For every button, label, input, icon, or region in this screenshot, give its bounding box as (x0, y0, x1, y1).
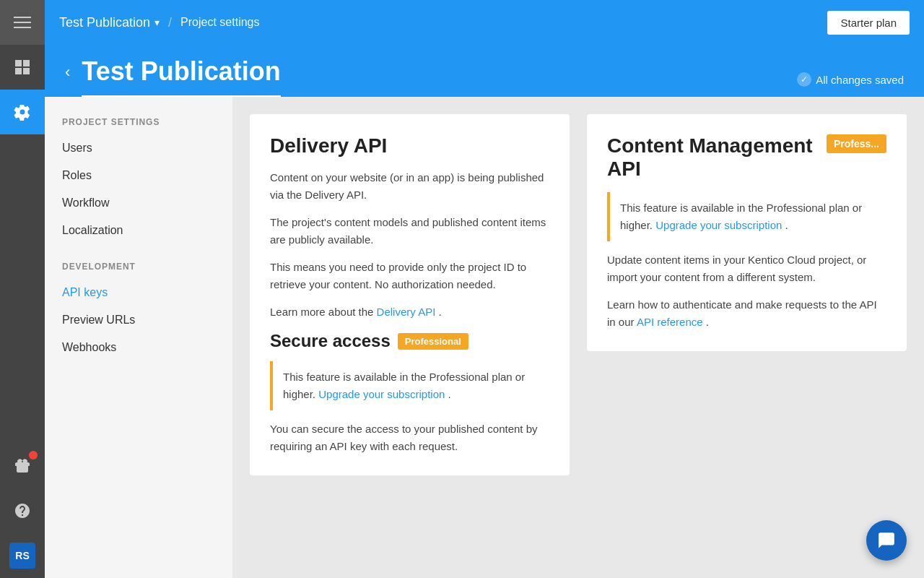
back-button[interactable]: ‹ (65, 64, 70, 89)
cma-para1: Update content items in your Kentico Clo… (607, 251, 886, 286)
sidebar-settings-icon[interactable] (0, 90, 45, 134)
svg-rect-5 (15, 68, 22, 74)
delivery-api-link[interactable]: Delivery API (377, 306, 436, 318)
all-changes-saved: ✓ All changes saved (797, 72, 904, 97)
secure-access-pro-badge: Professional (398, 333, 468, 350)
sidebar-dashboard-icon[interactable] (0, 45, 45, 90)
top-bar: Test Publication ▾ / Project settings St… (45, 0, 924, 45)
cma-para2-suffix: . (706, 316, 709, 328)
content-area: Project Settings Users Roles Workflow Lo… (45, 97, 924, 578)
sidebar-bottom: RS (0, 444, 45, 578)
secure-access-blockquote: This feature is available in the Profess… (270, 361, 549, 410)
delivery-api-para4-prefix: Learn more about the (270, 306, 373, 318)
delivery-api-para4: Learn more about the Delivery API . (270, 303, 549, 321)
cma-upgrade-link[interactable]: Upgrade your subscription (655, 219, 782, 231)
development-section-title: Development (45, 262, 232, 279)
project-settings-section-title: Project Settings (45, 117, 232, 134)
publication-selector[interactable]: Test Publication ▾ (59, 15, 160, 30)
nav-item-users[interactable]: Users (45, 134, 232, 162)
svg-rect-0 (14, 17, 31, 18)
nav-item-workflow[interactable]: Workflow (45, 189, 232, 217)
page-header-left: ‹ Test Publication (65, 56, 281, 97)
nav-item-api-keys[interactable]: API keys (45, 279, 232, 306)
secure-access-blockquote-suffix: . (448, 388, 450, 400)
svg-rect-2 (14, 27, 31, 28)
secure-access-upgrade-link[interactable]: Upgrade your subscription (318, 388, 445, 400)
nav-item-webhooks[interactable]: Webhooks (45, 334, 232, 361)
delivery-api-para1: Content on your website (or in an app) i… (270, 169, 549, 204)
cma-blockquote: This feature is available in the Profess… (607, 192, 886, 241)
sidebar-menu-icon[interactable] (0, 0, 45, 45)
top-bar-separator: / (168, 15, 172, 30)
cma-api-ref-link[interactable]: API reference (637, 316, 703, 328)
nav-item-localization[interactable]: Localization (45, 217, 232, 244)
chevron-down-icon: ▾ (154, 17, 160, 28)
delivery-api-card: Delivery API Content on your website (or… (250, 114, 570, 475)
sidebar-icons: RS (0, 0, 45, 578)
cma-blockquote-suffix: . (785, 219, 788, 231)
secure-access-title: Secure access Professional (270, 331, 549, 351)
user-avatar: RS (9, 543, 35, 569)
sidebar-gift-icon[interactable] (0, 444, 45, 488)
notification-dot (29, 451, 38, 460)
delivery-api-para2: The project's content models and publish… (270, 214, 549, 249)
publication-name: Test Publication (59, 15, 150, 30)
main-wrapper: Test Publication ▾ / Project settings St… (45, 0, 924, 578)
cma-card: Content Management API Profess... This f… (587, 114, 907, 351)
cards-area: Delivery API Content on your website (or… (232, 97, 924, 578)
top-bar-project-settings-label: Project settings (180, 16, 259, 29)
page-header: ‹ Test Publication ✓ All changes saved (45, 45, 924, 97)
cma-para2: Learn how to authenticate and make reque… (607, 296, 886, 331)
starter-plan-button[interactable]: Starter plan (827, 11, 910, 35)
svg-rect-6 (23, 68, 30, 74)
cma-title: Content Management API (607, 134, 827, 181)
page-title-container: Test Publication (82, 56, 280, 97)
cma-pro-badge: Profess... (827, 134, 886, 153)
chat-button[interactable] (866, 520, 907, 561)
svg-rect-3 (15, 60, 22, 66)
page-title: Test Publication (82, 56, 280, 87)
cma-title-row: Content Management API Profess... (607, 134, 886, 181)
sidebar-help-icon[interactable] (0, 488, 45, 533)
sidebar-avatar[interactable]: RS (0, 533, 45, 578)
delivery-api-para4-suffix: . (438, 306, 441, 318)
delivery-api-title: Delivery API (270, 134, 549, 158)
svg-rect-4 (23, 60, 30, 66)
nav-item-roles[interactable]: Roles (45, 162, 232, 189)
left-nav: Project Settings Users Roles Workflow Lo… (45, 97, 232, 578)
nav-item-preview-urls[interactable]: Preview URLs (45, 306, 232, 334)
delivery-api-para3: This means you need to provide only the … (270, 259, 549, 293)
secure-access-para5: You can secure the access to your publis… (270, 420, 549, 455)
svg-rect-1 (14, 22, 31, 23)
check-circle-icon: ✓ (797, 72, 811, 87)
